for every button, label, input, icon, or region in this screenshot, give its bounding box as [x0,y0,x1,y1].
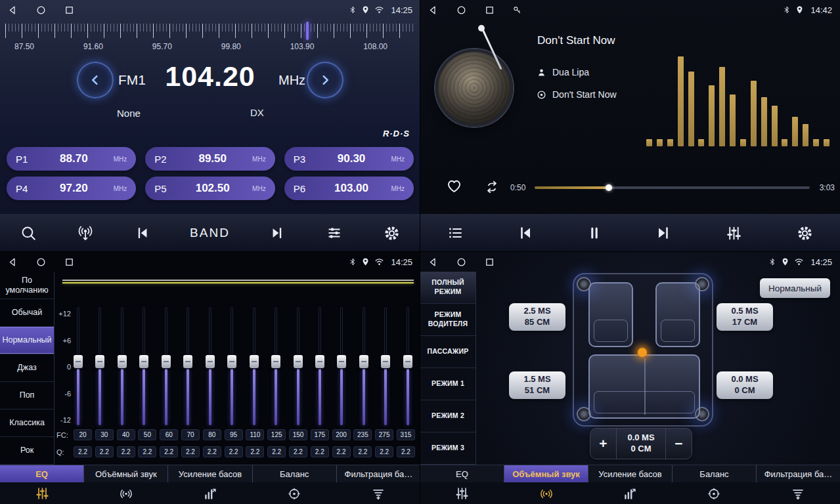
next-track-button[interactable] [655,225,672,241]
eq-band-slider[interactable] [337,307,346,425]
sound-field-mode-item[interactable]: РЕЖИМ 2 [420,400,475,432]
listening-position-dot[interactable] [638,348,647,357]
eq-band-slider[interactable] [95,307,104,425]
preset-button[interactable]: P1 88.70 MHz [7,147,136,171]
tab-surround[interactable]: Объёмный звук [504,465,588,482]
slider-thumb[interactable] [206,355,215,368]
eq-tab-icon[interactable] [0,482,84,504]
eq-preset-item[interactable]: Рок [0,437,54,465]
settings-button[interactable] [383,224,401,242]
tab-filter[interactable]: Фильтрация ба… [337,465,420,482]
back-button[interactable] [428,257,438,267]
back-button[interactable] [8,257,18,267]
balance-tab-icon[interactable] [672,482,756,504]
sound-field-mode-item[interactable]: РЕЖИМ 3 [420,432,475,465]
bass-tab-icon[interactable] [588,482,673,504]
slider-thumb[interactable] [74,355,83,368]
recents-button[interactable] [64,257,74,267]
front-left-delay-button[interactable]: 2.5 MS 85 CM [509,303,565,331]
eq-preset-item[interactable]: Джаз [0,354,54,382]
seek-next-button[interactable] [269,226,285,240]
filter-tab-icon[interactable] [756,482,840,504]
tab-balance[interactable]: Баланс [253,465,337,482]
home-button[interactable] [456,5,466,15]
slider-thumb[interactable] [139,355,148,368]
sound-field-mode-item[interactable]: РЕЖИМ ВОДИТЕЛЯ [420,304,475,336]
tab-eq[interactable]: EQ [420,465,504,482]
seek-bar-knob[interactable] [606,184,612,191]
seek-prev-button[interactable] [135,226,150,240]
eq-band-slider[interactable] [227,307,236,425]
tune-up-button[interactable] [307,62,343,98]
recents-button[interactable] [485,5,495,15]
favorite-button[interactable] [445,178,463,194]
eq-band-slider[interactable] [74,307,83,425]
sound-field-mode-item[interactable]: ПОЛНЫЙ РЕЖИМ [420,272,475,304]
eq-preset-item[interactable]: Классика [0,410,54,437]
eq-tab-icon[interactable] [420,482,504,504]
eq-preset-item[interactable]: По умолчанию [0,272,54,299]
settings-button[interactable] [796,224,814,242]
eq-preset-item[interactable]: Нормальный [0,327,54,354]
filter-tab-icon[interactable] [336,482,420,504]
slider-thumb[interactable] [359,355,368,368]
tuner-button[interactable] [76,224,95,242]
tab-bass-boost[interactable]: Усиление басов [588,465,673,482]
slider-thumb[interactable] [294,355,303,368]
back-button[interactable] [8,5,18,15]
preset-button[interactable]: P6 103.00 MHz [284,177,414,200]
tab-bass-boost[interactable]: Усиление басов [168,465,252,482]
slider-thumb[interactable] [118,355,127,368]
eq-band-slider[interactable] [250,307,259,425]
slider-thumb[interactable] [95,355,104,368]
slider-thumb[interactable] [183,355,192,368]
slider-thumb[interactable] [403,355,412,368]
preset-button[interactable]: P3 90.30 MHz [284,147,414,171]
slider-thumb[interactable] [315,355,324,368]
delay-increase-button[interactable]: + [590,429,617,459]
prev-track-button[interactable] [517,225,534,241]
home-button[interactable] [456,257,466,267]
slider-thumb[interactable] [250,355,259,368]
back-button[interactable] [428,5,438,15]
eq-band-slider[interactable] [139,307,148,425]
eq-preset-item[interactable]: Поп [0,382,54,410]
audio-settings-button[interactable] [325,225,343,241]
sound-field-mode-item[interactable]: ПАССАЖИР [420,336,475,368]
slider-thumb[interactable] [227,355,236,368]
tab-eq[interactable]: EQ [0,465,84,482]
frequency-ruler[interactable] [5,24,415,39]
bass-tab-icon[interactable] [168,482,252,504]
eq-band-slider[interactable] [271,307,280,425]
slider-thumb[interactable] [381,355,390,368]
tab-filter[interactable]: Фильтрация ба… [757,465,840,482]
scan-button[interactable] [20,224,37,242]
tune-down-button[interactable] [77,62,114,98]
eq-band-slider[interactable] [359,307,368,425]
tab-surround[interactable]: Объёмный звук [84,465,168,482]
slider-thumb[interactable] [271,355,280,368]
eq-band-slider[interactable] [118,307,127,425]
repeat-button[interactable] [483,180,500,194]
front-right-delay-button[interactable]: 0.5 MS 17 CM [717,303,773,331]
home-button[interactable] [36,5,46,15]
pause-button[interactable] [587,224,602,242]
playlist-button[interactable] [447,225,464,241]
recents-button[interactable] [485,257,495,267]
rear-right-delay-button[interactable]: 0.0 MS 0 CM [717,371,773,399]
slider-thumb[interactable] [337,355,346,368]
band-button[interactable]: BAND [190,226,230,240]
sound-field-mode-item[interactable]: РЕЖИМ 1 [420,368,475,400]
surround-tab-icon[interactable] [504,482,588,504]
eq-preset-item[interactable]: Обычай [0,299,54,327]
preset-button[interactable]: P4 97.20 MHz [7,177,136,200]
rear-left-delay-button[interactable]: 1.5 MS 51 CM [509,371,565,399]
recents-button[interactable] [64,5,74,15]
sound-preset-button[interactable]: Нормальный [760,278,830,298]
home-button[interactable] [36,257,46,267]
eq-band-slider[interactable] [183,307,192,425]
delay-decrease-button[interactable]: − [665,429,692,459]
eq-band-slider[interactable] [294,307,303,425]
eq-band-slider[interactable] [315,307,324,425]
eq-band-slider[interactable] [162,307,171,425]
